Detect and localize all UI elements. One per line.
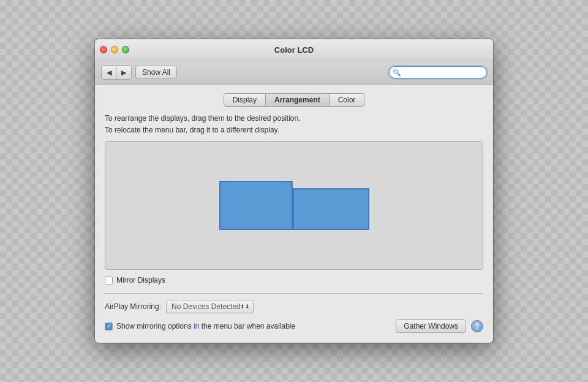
airplay-dropdown[interactable]: No Devices Detected (166, 300, 254, 313)
show-mirroring-row: ✓ Show mirroring options in the menu bar… (105, 322, 295, 330)
title-bar: Color LCD (95, 39, 493, 61)
description-line1: To rearrange the displays, drag them to … (105, 113, 483, 124)
airplay-label: AirPlay Mirroring: (105, 302, 161, 311)
close-button[interactable] (100, 46, 107, 53)
nav-buttons: ◀ ▶ (101, 65, 132, 80)
checkmark-icon: ✓ (107, 323, 111, 329)
description-text: To rearrange the displays, drag them to … (105, 113, 483, 136)
displays-container (219, 181, 369, 230)
show-mirroring-label: Show mirroring options in the menu bar w… (116, 322, 295, 330)
maximize-button[interactable] (122, 46, 129, 53)
divider (105, 293, 483, 294)
mirror-displays-row: Mirror Displays (105, 276, 483, 285)
arrangement-area[interactable] (105, 141, 483, 270)
display-main[interactable] (219, 181, 293, 230)
toolbar: ◀ ▶ Show All 🔍 (95, 61, 493, 85)
mirror-displays-checkbox[interactable] (105, 277, 113, 285)
window-title: Color LCD (274, 45, 314, 55)
tab-bar: Display Arrangement Color (105, 93, 483, 107)
mirror-displays-label: Mirror Displays (116, 276, 165, 285)
gather-windows-button[interactable]: Gather Windows (396, 319, 466, 333)
search-container: 🔍 (389, 66, 487, 78)
display-secondary[interactable] (293, 188, 369, 230)
show-all-button[interactable]: Show All (135, 66, 177, 79)
tab-color[interactable]: Color (330, 93, 365, 107)
search-input[interactable] (389, 66, 487, 78)
right-buttons: Gather Windows ? (396, 319, 483, 333)
help-button[interactable]: ? (471, 320, 483, 332)
forward-button[interactable]: ▶ (116, 66, 131, 79)
content-area: Display Arrangement Color To rearrange t… (95, 85, 493, 343)
airplay-row: AirPlay Mirroring: No Devices Detected ⬆… (105, 300, 483, 313)
show-mirroring-checkbox[interactable]: ✓ (105, 323, 113, 330)
search-icon: 🔍 (393, 69, 401, 77)
back-button[interactable]: ◀ (102, 66, 116, 79)
description-line2: To relocate the menu bar, drag it to a d… (105, 124, 483, 136)
main-window: Color LCD ◀ ▶ Show All 🔍 Display Arrange… (95, 39, 493, 343)
minimize-button[interactable] (111, 46, 118, 53)
traffic-lights (100, 46, 129, 53)
tab-arrangement[interactable]: Arrangement (266, 93, 330, 107)
bottom-row: ✓ Show mirroring options in the menu bar… (105, 319, 483, 333)
airplay-dropdown-wrapper: No Devices Detected ⬆⬇ (166, 300, 254, 313)
tab-display[interactable]: Display (224, 93, 266, 107)
